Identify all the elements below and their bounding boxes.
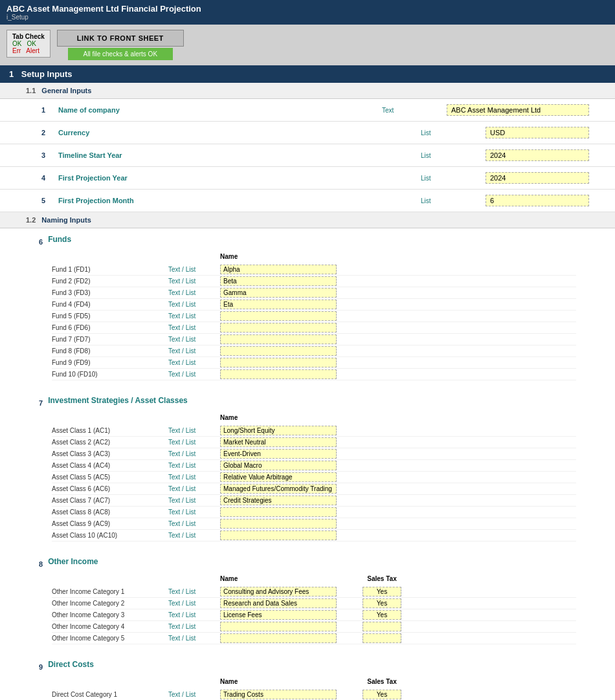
item-type-5[interactable]: Text / List <box>168 485 220 492</box>
item-type-3[interactable]: Text / List <box>168 623 220 630</box>
item-input-1[interactable] <box>220 276 337 286</box>
input-row-1: 1 Name of company Text <box>0 99 615 122</box>
subsection1-2-title: Naming Inputs <box>41 216 91 224</box>
item-input-0[interactable] <box>220 587 337 596</box>
item-label-3: Other Income Category 4 <box>52 623 168 630</box>
toolbar: Tab Check OK OK Err Alert LINK TO FRONT … <box>0 25 615 65</box>
row-type-4: List <box>421 175 473 182</box>
section1-number: 1 <box>9 69 14 79</box>
item-input-2[interactable] <box>220 610 337 620</box>
item-input-6[interactable] <box>220 334 337 344</box>
item-input-7[interactable] <box>220 507 337 517</box>
item-input-5[interactable] <box>220 323 337 333</box>
item-sales-tax-0[interactable] <box>363 587 401 596</box>
item-input-4[interactable] <box>220 311 337 321</box>
item-input-3[interactable] <box>220 622 337 631</box>
item-type-2[interactable]: Text / List <box>168 611 220 618</box>
item-sales-tax-4[interactable] <box>363 633 401 643</box>
row-number-3: 3 <box>26 151 45 159</box>
item-input-1[interactable] <box>220 437 337 447</box>
list-item: Fund 1 (FD1) Text / List <box>52 264 576 276</box>
item-input-2[interactable] <box>220 288 337 298</box>
item-type-3[interactable]: Text / List <box>168 301 220 308</box>
section9-col-header-row: Name Sales Tax <box>52 678 576 688</box>
subsection1-2-number: 1.2 <box>26 216 36 224</box>
first-projection-month-input[interactable] <box>486 195 589 206</box>
item-sales-tax-1[interactable] <box>363 598 401 608</box>
item-type-4[interactable]: Text / List <box>168 312 220 320</box>
link-to-front-sheet-button[interactable]: LINK TO FRONT SHEET <box>57 30 184 47</box>
row-number-5: 5 <box>26 197 45 204</box>
item-label-3: Fund 4 (FD4) <box>52 301 168 308</box>
item-type-6[interactable]: Text / List <box>168 336 220 343</box>
item-type-4[interactable]: Text / List <box>168 635 220 642</box>
section8-col-header-row: Name Sales Tax <box>52 575 576 585</box>
item-input-3[interactable] <box>220 300 337 309</box>
item-input-5[interactable] <box>220 484 337 494</box>
item-type-8[interactable]: Text / List <box>168 359 220 366</box>
item-type-3[interactable]: Text / List <box>168 462 220 469</box>
item-label-4: Other Income Category 5 <box>52 635 168 642</box>
item-type-6[interactable]: Text / List <box>168 497 220 504</box>
item-type-8[interactable]: Text / List <box>168 520 220 527</box>
item-type-7[interactable]: Text / List <box>168 509 220 516</box>
list-item: Asset Class 3 (AC3) Text / List <box>52 448 576 460</box>
item-type-4[interactable]: Text / List <box>168 474 220 481</box>
item-input-4[interactable] <box>220 633 337 643</box>
item-input-0[interactable] <box>220 265 337 274</box>
item-label-1: Other Income Category 2 <box>52 600 168 607</box>
section6-col-header-row: Name <box>52 253 576 263</box>
section8-sales-tax-header: Sales Tax <box>363 575 401 582</box>
item-type-1[interactable]: Text / List <box>168 278 220 285</box>
item-label-7: Fund 8 (FD8) <box>52 347 168 355</box>
item-input-2[interactable] <box>220 449 337 459</box>
input-row-3: 3 Timeline Start Year List <box>0 144 615 167</box>
company-name-input[interactable] <box>447 104 589 116</box>
item-type-5[interactable]: Text / List <box>168 324 220 331</box>
row-label-first-projection-month: First Projection Month <box>58 197 421 204</box>
list-item: Asset Class 1 (AC1) Text / List <box>52 425 576 437</box>
item-type-9[interactable]: Text / List <box>168 532 220 539</box>
input-row-5: 5 First Projection Month List <box>0 190 615 212</box>
item-input-1[interactable] <box>220 598 337 608</box>
item-type-2[interactable]: Text / List <box>168 450 220 457</box>
item-label-1: Asset Class 2 (AC2) <box>52 439 168 446</box>
item-input-8[interactable] <box>220 519 337 529</box>
item-type-0[interactable]: Text / List <box>168 588 220 595</box>
item-sales-tax-2[interactable] <box>363 610 401 620</box>
currency-input[interactable] <box>486 127 589 138</box>
list-item: Other Income Category 1 Text / List <box>52 586 576 598</box>
section7-col-header-row: Name <box>52 414 576 424</box>
item-type-1[interactable]: Text / List <box>168 439 220 446</box>
list-item: Fund 10 (FD10) Text / List <box>52 369 576 380</box>
first-projection-year-input[interactable] <box>486 172 589 184</box>
item-sales-tax-0[interactable] <box>363 690 401 699</box>
item-input-6[interactable] <box>220 496 337 505</box>
list-item: Other Income Category 4 Text / List <box>52 621 576 633</box>
list-item: Fund 5 (FD5) Text / List <box>52 311 576 322</box>
item-type-9[interactable]: Text / List <box>168 371 220 378</box>
item-type-1[interactable]: Text / List <box>168 600 220 607</box>
item-input-4[interactable] <box>220 472 337 482</box>
item-type-7[interactable]: Text / List <box>168 347 220 355</box>
list-item: Direct Cost Category 1 Text / List <box>52 689 576 700</box>
item-input-9[interactable] <box>220 369 337 379</box>
item-sales-tax-3[interactable] <box>363 622 401 631</box>
section9-name-header: Name <box>220 678 337 685</box>
item-type-2[interactable]: Text / List <box>168 289 220 296</box>
general-inputs-container: 1 Name of company Text 2 Currency List 3… <box>0 99 615 212</box>
timeline-start-input[interactable] <box>486 149 589 161</box>
item-type-0[interactable]: Text / List <box>168 427 220 434</box>
list-item: Asset Class 4 (AC4) Text / List <box>52 460 576 472</box>
item-type-0[interactable]: Text / List <box>168 266 220 273</box>
checks-ok-button[interactable]: All file checks & alerts OK <box>68 48 173 60</box>
section8-group: 8 Other Income Name Sales Tax Other Inco… <box>0 551 615 644</box>
tab-check-ok-row: OK OK <box>12 40 45 47</box>
item-type-0[interactable]: Text / List <box>168 691 220 698</box>
item-input-0[interactable] <box>220 690 337 699</box>
item-input-9[interactable] <box>220 530 337 540</box>
item-input-7[interactable] <box>220 346 337 356</box>
item-input-3[interactable] <box>220 461 337 470</box>
item-input-8[interactable] <box>220 358 337 367</box>
item-input-0[interactable] <box>220 426 337 435</box>
